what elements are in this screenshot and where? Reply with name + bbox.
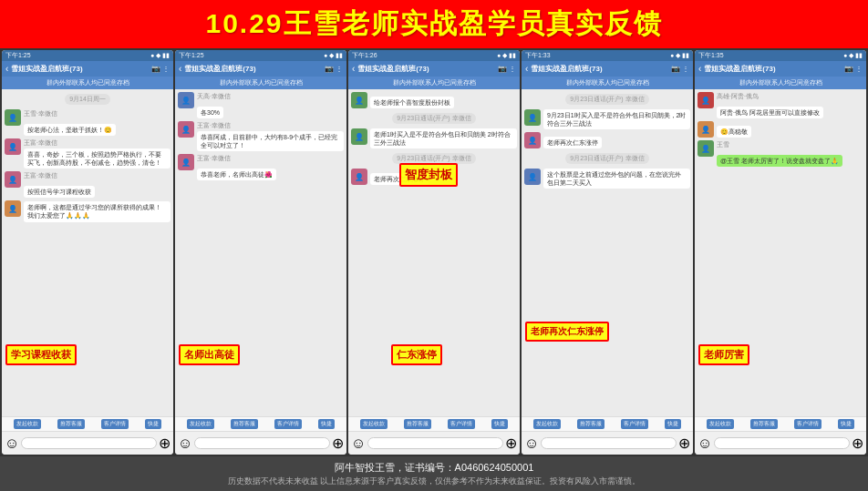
- avatar-5-2: 👤: [698, 121, 714, 138]
- avatar-3-3: 👤: [351, 169, 367, 185]
- msg-name-1-3: 王富·幸微信: [24, 171, 170, 180]
- toolbar-btn-quick-4[interactable]: 快捷: [665, 419, 681, 429]
- toolbar-1: 发起收款 推荐客服 客户详情 快捷: [2, 416, 173, 431]
- phone-header-1: ‹ 雪姐实战盈启航班(73) 📷 ⋮: [2, 61, 173, 77]
- cert-text: 阿牛智投王雪，证书编号：A0460624050001: [0, 460, 868, 476]
- header-icons-5: 📷 ⋮: [844, 65, 863, 73]
- toolbar-btn-send-3[interactable]: 发起收款: [360, 419, 388, 429]
- toolbar-btn-send-4[interactable]: 发起收款: [533, 419, 561, 429]
- emoji-icon-1[interactable]: ☺: [5, 435, 19, 452]
- toolbar-btn-rec-5[interactable]: 推荐客服: [750, 419, 778, 429]
- overlay-label-1: 学习课程收获: [5, 344, 77, 365]
- avatar-4-3: 👤: [524, 169, 541, 185]
- status-bar-2: 下午1:25 ● ◆ ▮▮: [175, 50, 346, 61]
- toolbar-btn-rec-2[interactable]: 推荐客服: [231, 419, 258, 429]
- toolbar-5: 发起收款 推荐客服 客户详情 快捷: [695, 416, 866, 431]
- header-icons-3: 📷 ⋮: [498, 65, 516, 73]
- msg-4-1: 👤 9月23日1时买入是不是符合外包日和贝朗美，2时符合三外三战法: [524, 109, 690, 129]
- msg-bubble-5-1: 阿贵·俄鸟 阿花居里面可以直接修改: [717, 107, 823, 118]
- msg-bubble-2-2: 恭喜阿成，目前群中，大约有8-9个成手，已经完全可以对立了！: [197, 131, 344, 151]
- msg-name-2-1: 天高·幸微信: [197, 92, 344, 101]
- toolbar-btn-quick-1[interactable]: 快捷: [145, 419, 161, 429]
- avatar-4-2: 👤: [524, 132, 541, 148]
- panel-2: 下午1:25 ● ◆ ▮▮ ‹ 雪姐实战盈启航班(73) 📷 ⋮ 群内外部联系人…: [175, 50, 346, 455]
- toolbar-btn-send-2[interactable]: 发起收款: [187, 419, 214, 429]
- msg-bubble-2-3: 恭喜老师，名师出高徒🌺: [197, 169, 276, 180]
- status-icons-5: ● ◆ ▮▮: [843, 52, 863, 59]
- back-arrow-5[interactable]: ‹: [698, 64, 701, 74]
- header-title-2: 雪姐实战盈启航班(73): [184, 64, 321, 74]
- subheader-4: 群内外部联系人均已同意存档: [522, 77, 693, 89]
- back-arrow-1[interactable]: ‹: [5, 64, 8, 74]
- msg-name-1-2: 王富·幸微信: [24, 138, 170, 148]
- msg-bubble-5-3: @王雪 老师太厉害了！说变盘就变盘了🙏: [717, 155, 842, 167]
- chat-input-4[interactable]: [541, 437, 677, 449]
- more-icon-5[interactable]: ⊕: [852, 435, 863, 452]
- toolbar-btn-detail-5[interactable]: 客户详情: [794, 419, 822, 429]
- emoji-icon-4[interactable]: ☺: [524, 435, 539, 452]
- avatar-1-4: 👤: [5, 200, 21, 217]
- date-label-3: 9月23日通话(开户) 幸微信: [392, 113, 475, 124]
- toolbar-btn-rec-3[interactable]: 推荐客服: [404, 419, 431, 429]
- avatar-5-1: 👤: [698, 92, 714, 108]
- toolbar-btn-send-1[interactable]: 发起收款: [14, 419, 41, 429]
- phone-panel-4: 下午1:33 ● ◆ ▮▮ ‹ 雪姐实战盈启航班(73) 📷 ⋮ 群内外部联系人…: [522, 50, 693, 455]
- toolbar-btn-detail-3[interactable]: 客户详情: [448, 419, 475, 429]
- more-icon-4[interactable]: ⊕: [678, 435, 690, 452]
- toolbar-3: 发起收款 推荐客服 客户详情 快捷: [348, 416, 520, 431]
- more-icon-1[interactable]: ⊕: [159, 435, 170, 452]
- avatar-1-1: 👤: [5, 109, 21, 126]
- msg-bubble-1-4: 老师啊，这都是通过学习您的课所获得的成果！我们太爱您了🙏🙏🙏: [24, 201, 170, 221]
- chat-input-3[interactable]: [367, 437, 503, 449]
- chat-area-5: 👤 高雄·阿贵·俄鸟 阿贵·俄鸟 阿花居里面可以直接修改 👤 😊高稳敬: [695, 89, 866, 416]
- emoji-icon-2[interactable]: ☺: [178, 435, 192, 452]
- toolbar-btn-rec-1[interactable]: 推荐客服: [57, 419, 85, 429]
- back-arrow-3[interactable]: ‹: [352, 64, 355, 74]
- msg-name-2-3: 王富·幸微信: [197, 154, 344, 163]
- toolbar-btn-quick-3[interactable]: 快捷: [491, 419, 508, 429]
- msg-bubble-4-3: 这个股票是之前通过您外包的问题，在您说完外包日第二天买入: [543, 169, 690, 189]
- chat-input-5[interactable]: [714, 437, 850, 449]
- panel-3: 下午1:26 ● ◆ ▮▮ ‹ 雪姐实战盈启航班(73) 📷 ⋮ 群内外部联系人…: [348, 50, 520, 455]
- header-icons-1: 📷 ⋮: [151, 65, 170, 73]
- disclaimer-text: 历史数据不代表未来收益 以上信息来源于客户真实反馈，仅供参考不作为未来收益保证。…: [0, 476, 868, 488]
- emoji-icon-5[interactable]: ☺: [698, 435, 712, 452]
- toolbar-btn-detail-2[interactable]: 客户详情: [274, 419, 302, 429]
- status-time-5: 下午1:35: [698, 51, 724, 60]
- toolbar-btn-rec-4[interactable]: 推荐客服: [577, 419, 604, 429]
- chat-input-1[interactable]: [21, 437, 157, 449]
- back-arrow-4[interactable]: ‹: [525, 64, 528, 74]
- toolbar-btn-detail-4[interactable]: 客户详情: [621, 419, 648, 429]
- msg-4-3: 👤 这个股票是之前通过您外包的问题，在您说完外包日第二天买入: [524, 169, 690, 189]
- input-row-2: ☺ ⊕: [175, 431, 346, 455]
- more-icon-2[interactable]: ⊕: [332, 435, 344, 452]
- header-icons-2: 📷 ⋮: [325, 65, 343, 73]
- back-arrow-2[interactable]: ‹: [179, 64, 181, 74]
- phone-panel-1: 下午1:25 ● ◆ ▮▮ ‹ 雪姐实战盈启航班(73) 📷 ⋮ 群内外部联系人…: [2, 50, 173, 455]
- msg-bubble-1-2: 喜喜，奇妙，三个板，按照趋势严格执行，不要买飞，创新高持股，不创减仓，趋势强，清…: [24, 148, 170, 169]
- chat-input-2[interactable]: [194, 437, 330, 449]
- msg-1-2: 👤 王富·幸微信 喜喜，奇妙，三个板，按照趋势严格执行，不要买飞，创新高持股，不…: [5, 138, 170, 169]
- input-row-4: ☺ ⊕: [522, 431, 693, 455]
- phone-header-4: ‹ 雪姐实战盈启航班(73) 📷 ⋮: [522, 61, 693, 77]
- avatar-4-1: 👤: [524, 109, 541, 126]
- msg-1-3: 👤 王富·幸微信 按照信号学习课程收获: [5, 171, 170, 198]
- chat-area-2: 👤 天高·幸微信 各30% 👤 王富·幸微信 恭喜阿成，目前群中，大约有8-9个…: [175, 89, 346, 416]
- toolbar-btn-detail-1[interactable]: 客户详情: [101, 419, 129, 429]
- toolbar-btn-quick-2[interactable]: 快捷: [318, 419, 335, 429]
- msg-bubble-1-1: 按老师心法，坚敢于抓妖！😊: [24, 124, 116, 136]
- msg-bubble-5-2: 😊高稳敬: [717, 126, 751, 138]
- msg-5-3: 👤 王雪 @王雪 老师太厉害了！说变盘就变盘了🙏: [698, 140, 863, 167]
- header-title-1: 雪姐实战盈启航班(73): [11, 64, 148, 74]
- input-row-3: ☺ ⊕: [348, 431, 520, 455]
- msg-2-1: 👤 天高·幸微信 各30%: [178, 92, 344, 118]
- emoji-icon-3[interactable]: ☺: [351, 435, 366, 452]
- status-time-3: 下午1:26: [352, 51, 377, 60]
- toolbar-btn-quick-5[interactable]: 快捷: [838, 419, 854, 429]
- overlay-label-2: 名师出高徒: [179, 344, 240, 365]
- footer: 阿牛智投王雪，证书编号：A0460624050001 历史数据不代表未来收益 以…: [0, 456, 868, 491]
- msg-bubble-1-3: 按照信号学习课程收获: [24, 186, 95, 198]
- more-icon-3[interactable]: ⊕: [505, 435, 517, 452]
- toolbar-2: 发起收款 推荐客服 客户详情 快捷: [175, 416, 346, 431]
- toolbar-btn-send-5[interactable]: 发起收款: [707, 419, 734, 429]
